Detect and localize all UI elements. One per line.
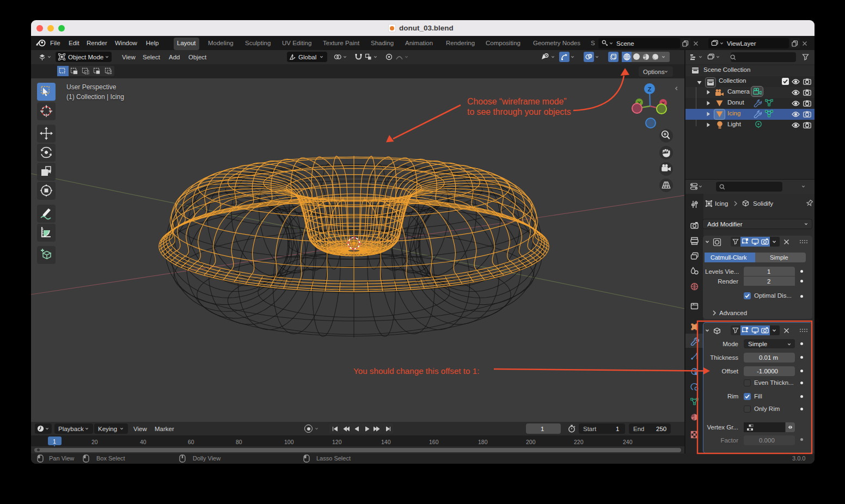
svg-text:You should change this offset: You should change this offset to 1: bbox=[353, 366, 479, 376]
svg-text:to see through your objects: to see through your objects bbox=[467, 107, 571, 116]
svg-text:Choose “wireframe mode”: Choose “wireframe mode” bbox=[467, 97, 567, 106]
